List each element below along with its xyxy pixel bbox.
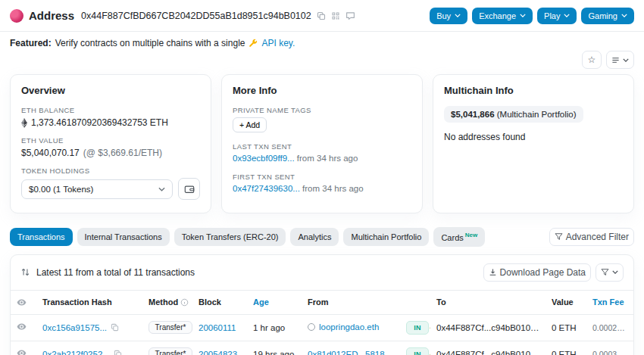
eth-value-label: ETH VALUE bbox=[21, 136, 200, 145]
play-button[interactable]: Play bbox=[537, 8, 577, 24]
direction-badge: IN bbox=[406, 321, 429, 335]
address-header: Address 0x44F887CfBD667CB2042DD55aB1d895… bbox=[0, 0, 644, 32]
tab-token-transfers[interactable]: Token Transfers (ERC-20) bbox=[174, 228, 286, 246]
advanced-filter-button[interactable]: Advanced Filter bbox=[549, 228, 634, 246]
copy-icon[interactable] bbox=[114, 350, 122, 355]
chevron-down-icon bbox=[158, 187, 165, 192]
copy-address-icon[interactable] bbox=[317, 11, 326, 20]
list-icon bbox=[611, 56, 620, 64]
first-txn-label: FIRST TXN SENT bbox=[233, 173, 411, 181]
transactions-panel: Latest 11 from a total of 11 transaction… bbox=[10, 254, 634, 355]
more-info-card: More Info PRIVATE NAME TAGS + Add LAST T… bbox=[221, 74, 423, 213]
star-icon: ☆ bbox=[588, 54, 596, 65]
tab-list: Transactions Internal Transactions Token… bbox=[10, 227, 485, 247]
page-title: Address bbox=[29, 9, 74, 22]
wrench-icon bbox=[249, 39, 258, 48]
chevron-down-icon bbox=[621, 14, 627, 17]
fee-cell: 0.00020054 bbox=[586, 314, 633, 341]
eye-icon[interactable] bbox=[17, 348, 27, 355]
from-address-link[interactable]: 0x81d012ED...5818C2404 bbox=[308, 350, 400, 355]
eth-logo-icon bbox=[21, 118, 27, 128]
method-badge[interactable]: Transfer* bbox=[148, 321, 192, 334]
block-link[interactable]: 20054823 bbox=[199, 350, 237, 355]
fee-cell: 0.00035229 bbox=[586, 341, 633, 355]
chevron-down-icon bbox=[520, 14, 526, 17]
tab-transactions[interactable]: Transactions bbox=[10, 228, 73, 246]
table-header-row: Transaction Hash Method Block Age From T… bbox=[11, 290, 633, 314]
eye-icon bbox=[17, 297, 27, 307]
tab-multichain-portfolio[interactable]: Multichain Portfolio bbox=[343, 228, 429, 246]
col-age[interactable]: Age bbox=[247, 290, 302, 314]
chevron-down-icon bbox=[623, 58, 629, 62]
chevron-down-icon bbox=[455, 14, 461, 17]
token-holdings-dropdown[interactable]: $0.00 (1 Tokens) bbox=[21, 179, 173, 199]
api-key-link[interactable]: API key. bbox=[261, 38, 295, 48]
exchange-button[interactable]: Exchange bbox=[472, 8, 533, 24]
col-txn-fee[interactable]: Txn Fee bbox=[586, 290, 633, 314]
from-ens-link[interactable]: loopringdao.eth bbox=[319, 322, 379, 332]
table-filter-button[interactable] bbox=[596, 263, 624, 282]
tx-hash-link[interactable]: 0x2ab212f0252... bbox=[42, 350, 110, 355]
first-txn-value: 0x47f27439630... from 34 hrs ago bbox=[233, 184, 411, 193]
sort-icon bbox=[20, 267, 30, 277]
buy-button[interactable]: Buy bbox=[430, 8, 467, 24]
age-cell: 1 hr ago bbox=[247, 314, 302, 341]
private-tags-label: PRIVATE NAME TAGS bbox=[233, 106, 411, 114]
info-icon bbox=[180, 298, 189, 307]
token-holdings-label: TOKEN HOLDINGS bbox=[21, 167, 200, 175]
wallet-icon bbox=[184, 184, 195, 195]
featured-banner: Featured: Verify contracts on multiple c… bbox=[0, 32, 644, 48]
eth-balance-label: ETH BALANCE bbox=[21, 106, 200, 114]
download-icon bbox=[489, 268, 497, 276]
overview-card: Overview ETH BALANCE 1,373.4618709203694… bbox=[10, 74, 211, 213]
tab-analytics[interactable]: Analytics bbox=[290, 228, 339, 246]
view-options-button[interactable] bbox=[606, 51, 634, 69]
tx-hash-link[interactable]: 0xc156a91575... bbox=[42, 323, 107, 332]
value-cell: 0 ETH bbox=[546, 341, 586, 355]
multichain-portfolio-badge[interactable]: $5,041,866 (Multichain Portfolio) bbox=[444, 106, 583, 123]
transactions-toolbar: Latest 11 from a total of 11 transaction… bbox=[11, 255, 633, 290]
col-to: To bbox=[430, 290, 546, 314]
header-actions: Buy Exchange Play Gaming bbox=[430, 8, 634, 24]
chevron-down-icon bbox=[564, 14, 570, 17]
eye-column-header[interactable] bbox=[11, 290, 36, 314]
multichain-empty-text: No addresses found bbox=[444, 132, 623, 142]
page-actions: ☆ bbox=[0, 48, 644, 73]
col-from: From bbox=[302, 290, 400, 314]
copy-icon[interactable] bbox=[539, 323, 546, 332]
table-row: 0xc156a91575... Transfer* 20060111 1 hr … bbox=[11, 314, 633, 341]
overview-title: Overview bbox=[21, 85, 200, 96]
favorite-star-button[interactable]: ☆ bbox=[582, 51, 602, 69]
comment-icon[interactable] bbox=[345, 11, 355, 20]
address-value: 0x44F887CfBD667CB2042DD55aB1d8951c94bB01… bbox=[81, 11, 311, 21]
eth-balance-value: 1,373.461870920369432753 ETH bbox=[21, 117, 200, 128]
add-name-tag-button[interactable]: + Add bbox=[233, 117, 267, 132]
download-page-data-button[interactable]: Download Page Data bbox=[483, 263, 591, 282]
eth-rate: (@ $3,669.61/ETH) bbox=[83, 148, 162, 158]
tab-cards[interactable]: CardsNew bbox=[433, 227, 485, 247]
method-badge[interactable]: Transfer* bbox=[148, 347, 192, 355]
first-txn-hash-link[interactable]: 0x47f27439630... bbox=[233, 184, 300, 193]
multichain-title: Multichain Info bbox=[444, 85, 623, 96]
copy-icon[interactable] bbox=[111, 323, 119, 332]
col-method[interactable]: Method bbox=[142, 290, 192, 314]
gaming-button[interactable]: Gaming bbox=[581, 8, 634, 24]
qr-code-icon[interactable] bbox=[331, 11, 340, 20]
last-txn-hash-link[interactable]: 0x93ecbf09ff9... bbox=[233, 154, 295, 163]
wallet-button[interactable] bbox=[178, 178, 200, 200]
eth-value: $5,040,070.17 (@ $3,669.61/ETH) bbox=[21, 148, 200, 158]
funnel-icon bbox=[555, 232, 563, 241]
summary-cards: Overview ETH BALANCE 1,373.4618709203694… bbox=[0, 73, 644, 223]
col-block: Block bbox=[192, 290, 247, 314]
eye-icon[interactable] bbox=[17, 322, 27, 332]
to-address: 0x44F887Cf...c94bB0102 bbox=[436, 350, 539, 355]
address-identicon bbox=[10, 9, 23, 23]
copy-icon[interactable] bbox=[539, 350, 546, 355]
tab-internal-transactions[interactable]: Internal Transactions bbox=[77, 228, 170, 246]
featured-label: Featured: bbox=[10, 38, 52, 48]
ens-avatar-icon bbox=[308, 323, 315, 331]
col-direction bbox=[400, 290, 430, 314]
block-link[interactable]: 20060111 bbox=[199, 323, 236, 332]
value-cell: 0 ETH bbox=[546, 314, 586, 341]
last-txn-value: 0x93ecbf09ff9... from 34 hrs ago bbox=[233, 154, 411, 163]
